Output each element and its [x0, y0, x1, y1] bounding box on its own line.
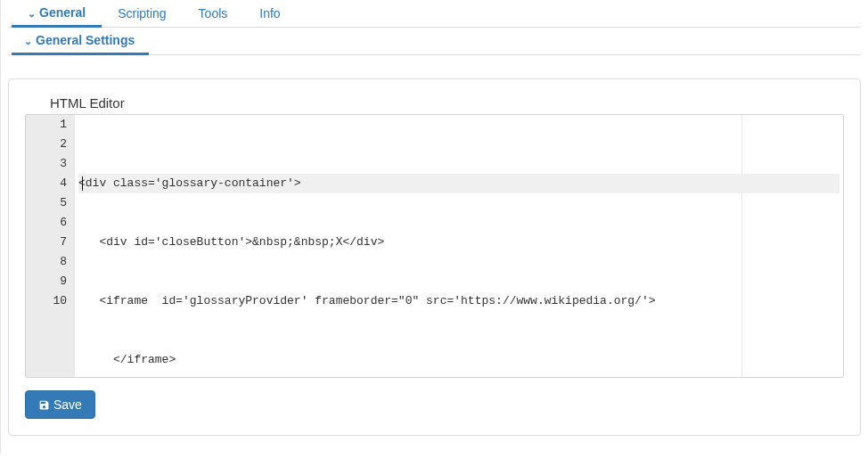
line-number: 2 — [26, 135, 67, 154]
subtab-general-settings[interactable]: ⌄General Settings — [12, 28, 149, 55]
line-number: 5 — [26, 193, 67, 213]
page-root: ⌄General Scripting Tools Info ⌄General S… — [0, 0, 868, 454]
code-line[interactable]: <iframe id='glossaryProvider' frameborde… — [78, 291, 839, 311]
save-button[interactable]: Save — [25, 390, 95, 419]
save-button-label: Save — [53, 397, 82, 412]
line-number: 4 — [26, 174, 67, 193]
tab-scripting[interactable]: Scripting — [102, 1, 182, 26]
code-line[interactable]: <div class='glossary-container'> — [78, 174, 839, 193]
editor-gutter: 1 2 3 4 5 6 7 8 9 10 — [26, 115, 75, 377]
line-number: 1 — [26, 115, 67, 135]
code-line[interactable]: </iframe> — [78, 350, 839, 370]
code-text: <div id='closeButton'>&nbsp;&nbsp;X</div… — [78, 235, 384, 249]
line-number: 10 — [26, 291, 67, 311]
line-number: 7 — [26, 233, 67, 252]
code-text: <div class='glossary-container'> — [78, 176, 301, 190]
save-icon — [38, 399, 50, 411]
main-tab-row: ⌄General Scripting Tools Info — [8, 0, 861, 28]
line-number: 8 — [26, 252, 67, 272]
text-cursor — [82, 176, 83, 191]
button-row: Save — [25, 390, 844, 419]
line-number: 9 — [26, 272, 67, 291]
tab-general[interactable]: ⌄General — [12, 0, 102, 28]
editor-content[interactable]: <div class='glossary-container'> <div id… — [75, 115, 843, 377]
settings-panel: HTML Editor 1 2 3 4 5 6 7 8 9 10 <div cl… — [8, 78, 861, 436]
line-number: 6 — [26, 213, 67, 233]
html-editor[interactable]: 1 2 3 4 5 6 7 8 9 10 <div class='glossar… — [25, 114, 844, 378]
tab-tools-label: Tools — [199, 6, 228, 20]
tab-tools[interactable]: Tools — [183, 1, 244, 26]
chevron-down-icon: ⌄ — [28, 8, 36, 20]
html-editor-label: HTML Editor — [50, 95, 844, 111]
code-line[interactable]: <div id='closeButton'>&nbsp;&nbsp;X</div… — [78, 233, 839, 252]
sub-tab-row: ⌄General Settings — [8, 28, 861, 55]
tab-general-label: General — [39, 5, 86, 20]
code-text: <iframe id='glossaryProvider' frameborde… — [78, 294, 656, 307]
subtab-general-settings-label: General Settings — [36, 33, 135, 47]
chevron-down-icon: ⌄ — [24, 36, 32, 46]
tab-info-label: Info — [259, 6, 280, 20]
line-number: 3 — [26, 154, 67, 174]
code-text: </iframe> — [78, 353, 176, 366]
tab-scripting-label: Scripting — [118, 6, 166, 20]
tab-info[interactable]: Info — [243, 1, 296, 26]
